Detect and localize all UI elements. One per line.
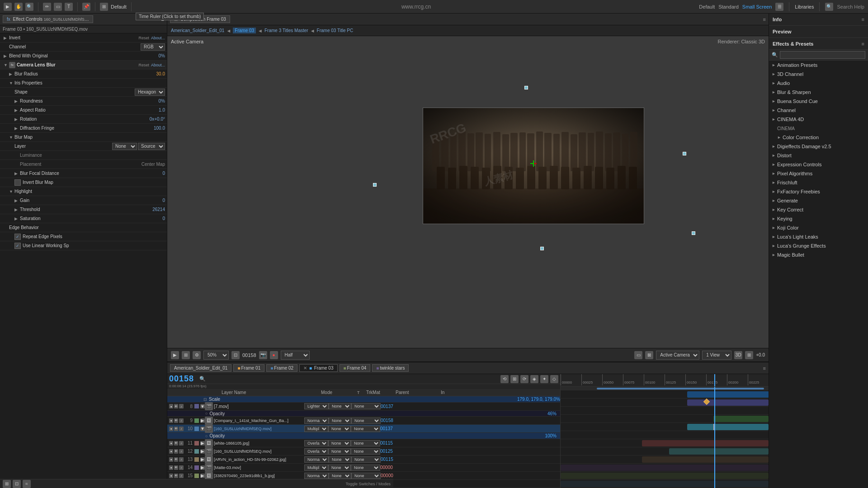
l14-mode[interactable]: Multipl [304, 465, 328, 471]
track-13-bar[interactable] [642, 456, 769, 463]
puppet-tool-icon[interactable]: 📌 [82, 3, 90, 11]
breadcrumb-3[interactable]: Frame 3 Titles Master [264, 28, 308, 33]
timeline-panel-menu[interactable]: ≡ [763, 366, 766, 371]
tree-audio[interactable]: ► Audio [769, 79, 868, 88]
l12-exp[interactable]: ▶ [200, 449, 205, 454]
layer-8-audio[interactable]: ♪ [179, 404, 183, 408]
tree-magic-bullet[interactable]: ► Magic Bullet [769, 250, 868, 259]
standard-workspace[interactable]: Standard [718, 4, 739, 9]
l13-a[interactable]: ♪ [179, 457, 183, 462]
l12-a[interactable]: ♪ [179, 449, 183, 454]
track-11-bar[interactable] [642, 440, 769, 446]
breadcrumb-4[interactable]: Frame 03 Title PC [317, 28, 354, 33]
transform-handle-bottom-right[interactable] [692, 231, 695, 235]
invert-about[interactable]: About... [151, 36, 165, 40]
layer-10-expand[interactable]: ▼ [200, 427, 205, 431]
layer-row-10[interactable]: ● 👁 ♪ 10 ▼ 🎬 [160_SU5LUzNfMDhfSEQ.mov] M… [167, 425, 560, 433]
l14-par[interactable]: None [351, 465, 380, 471]
layer-8-mode[interactable]: Lighter [304, 403, 329, 409]
effects-search-input[interactable] [780, 51, 865, 59]
l15-mode[interactable]: Norma [304, 473, 329, 479]
view-count-dropdown[interactable]: 1 View 2 Views 4 Views [702, 351, 731, 360]
ar-value[interactable]: 1.0 [159, 108, 165, 113]
select-tool-icon[interactable]: ▶ [4, 3, 12, 11]
iris-toggle[interactable]: ▼ [9, 81, 14, 85]
tree-buena-sound[interactable]: ► Buena Sound Cue [769, 97, 868, 106]
layer-row-12[interactable]: ● 👁 ♪ 12 ▶ 🎬 [160_SU5LUzNfMDhfSEQ.mov] O… [167, 447, 560, 455]
l11-a[interactable]: ♪ [179, 441, 183, 446]
tree-generate[interactable]: ► Generate [769, 196, 868, 205]
timeline-tool-6[interactable]: ◇ [550, 375, 558, 383]
layer-row-14[interactable]: ● 👁 ♪ 14 ▶ 🎬 [Matte-03.mov] Multipl None… [167, 464, 560, 472]
close-frame03-icon[interactable]: ✕ [303, 366, 307, 371]
track-12-bar[interactable] [669, 448, 769, 455]
zoom-dropdown[interactable]: 50% 100% 25% 75% [203, 351, 229, 360]
layer-9-expand[interactable]: ▶ [200, 418, 205, 423]
time-search-icon[interactable]: 🔍 [199, 376, 206, 382]
time-cursor[interactable] [714, 374, 715, 386]
layer-9-solo[interactable]: ● [169, 418, 173, 423]
track-9-bar[interactable] [713, 416, 769, 422]
tree-frischluft[interactable]: ► Frischluft [769, 178, 868, 187]
l14-a[interactable]: ♪ [179, 465, 183, 470]
layer-9-trkmatte[interactable]: None [329, 418, 351, 424]
transform-handle-top[interactable] [524, 86, 528, 89]
blend-value[interactable]: 0% [159, 53, 165, 58]
layer-10-visible[interactable]: 👁 [174, 427, 178, 431]
l15-v[interactable]: 👁 [174, 474, 178, 478]
tree-animation-presets[interactable]: ► Animation Presets [769, 61, 868, 70]
clb-toggle[interactable]: ▼ [4, 63, 9, 67]
breadcrumb-2[interactable]: Frame 03 [233, 28, 256, 33]
timeline-tab-1[interactable]: American_Soldier_Edit_01 [170, 364, 231, 372]
l13-exp[interactable]: ▶ [200, 457, 205, 462]
comp-panel-menu[interactable]: ≡ [763, 17, 766, 22]
breadcrumb-1[interactable]: American_Soldier_Edit_01 [171, 28, 224, 33]
tree-pixel-algo[interactable]: ► Pixel Algorithms [769, 169, 868, 178]
l15-s[interactable]: ● [169, 474, 173, 478]
viewer-live-icon[interactable]: ● [270, 351, 278, 359]
timeline-tool-4[interactable]: ◈ [530, 375, 538, 383]
layer-8-trkmatte[interactable]: None [329, 403, 351, 409]
layer-10-mode[interactable]: Multipl [304, 426, 328, 432]
invert-toggle[interactable]: ▶ [4, 36, 9, 40]
tree-lucas-grunge[interactable]: ► Luca's Grunge Effects [769, 241, 868, 250]
3d-view-icon[interactable]: 3D [734, 351, 742, 359]
rot-toggle[interactable]: ▶ [14, 117, 20, 122]
opacity-value-8[interactable]: 46% [547, 411, 557, 416]
l13-s[interactable]: ● [169, 457, 173, 462]
l13-mode[interactable]: Norma [304, 456, 329, 463]
l12-v[interactable]: 👁 [174, 449, 178, 454]
workspace-menu-icon[interactable]: ☰ [775, 3, 783, 11]
thresh-toggle[interactable]: ▶ [14, 207, 20, 212]
l11-v[interactable]: 👁 [174, 441, 178, 446]
default-workspace[interactable]: Default [699, 4, 715, 9]
blend-toggle[interactable]: ▶ [4, 54, 9, 58]
timeline-tab-4[interactable]: ✕ ■ Frame 03 [299, 364, 337, 372]
tree-keying[interactable]: ► Keying [769, 214, 868, 223]
diff-value[interactable]: 100.0 [154, 126, 165, 131]
snap-icon[interactable]: ⊞ [100, 3, 108, 11]
l11-exp[interactable]: ▶ [200, 441, 205, 446]
l12-trk[interactable]: None [328, 448, 351, 455]
tree-koji-color[interactable]: ► Koji Color [769, 223, 868, 232]
l12-mode[interactable]: Overla [304, 448, 328, 455]
small-screen-workspace[interactable]: Small Screen [742, 4, 772, 9]
layer-9-visible[interactable]: 👁 [174, 418, 178, 423]
rect-tool-icon[interactable]: ▭ [54, 3, 62, 11]
track-14-bar[interactable] [561, 465, 769, 471]
invert-blur-map-checkbox[interactable] [14, 179, 21, 186]
layer-row-9[interactable]: ● 👁 ♪ 9 ▶ 🖼 [Company_I,_141st_Machine_Gu… [167, 417, 560, 425]
effect-controls-tab[interactable]: fx Effect Controls 160_SU5LUzNfMDhfSEQ.m… [3, 15, 93, 23]
viewer-settings-icon[interactable]: ⚙ [193, 351, 201, 359]
roundness-value[interactable]: 0% [159, 99, 165, 103]
layer-9-mode[interactable]: Norma [304, 418, 329, 424]
tree-lucas-light[interactable]: ► Luca's Light Leaks [769, 232, 868, 241]
layer-row-13[interactable]: ● 👁 ♪ 13 ▶ 🖼 [ARVN_in_action_HD-SN-99-02… [167, 455, 560, 464]
tree-fxfactory[interactable]: ► FxFactory Freebies [769, 187, 868, 196]
bf-value[interactable]: 0 [162, 171, 165, 176]
br-value[interactable]: 30.0 [156, 71, 165, 76]
l11-s[interactable]: ● [169, 441, 173, 446]
l15-a[interactable]: ♪ [179, 474, 183, 478]
source-dropdown[interactable]: Source [138, 143, 165, 150]
timeline-tab-6[interactable]: ■twinkle stars [372, 364, 409, 372]
